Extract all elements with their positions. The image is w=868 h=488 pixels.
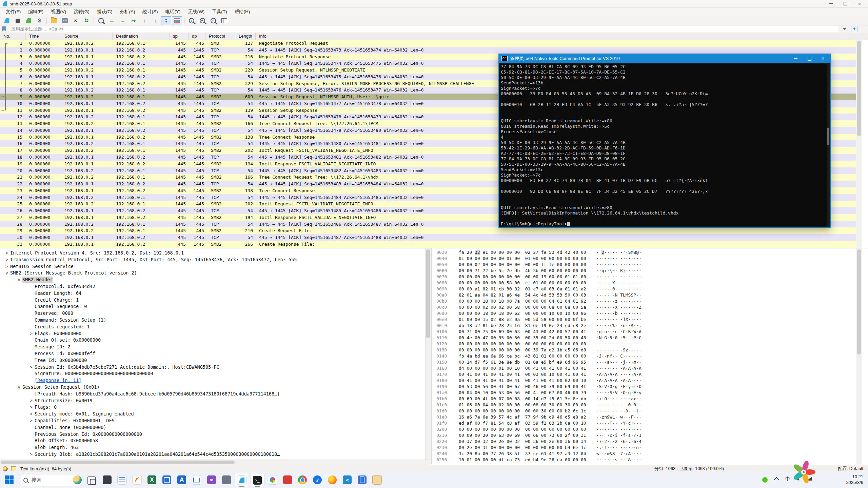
hex-row[interactable]: 01e016 a6 7a 6e 39 57 4c af 77 9f 9b d9 … — [432, 414, 856, 420]
reload-button[interactable]: ↻ — [81, 16, 92, 25]
details-scrollbar-thumb[interactable] — [426, 249, 430, 338]
detail-row[interactable]: Reserved: 0000 — [0, 310, 431, 317]
detail-row[interactable]: Blob Offset: 0x00000058 — [0, 438, 431, 444]
start-capture-button[interactable] — [2, 16, 12, 25]
resize-columns-button[interactable] — [219, 16, 229, 25]
packet-row[interactable]: 310.000000192.168.0.1192.168.0.24451445S… — [0, 241, 856, 248]
filter-chevron-down-icon[interactable] — [843, 28, 846, 30]
packet-row[interactable]: 300.000000192.168.0.1192.168.0.24451445T… — [0, 234, 856, 241]
hex-row[interactable]: 004001 00 00 00 00 00 01 00 01 00 00 00 … — [432, 256, 856, 262]
hex-row[interactable]: 00d000 00 00 18 00 18 00 62 00 00 00 10 … — [432, 310, 856, 317]
tree-chevron-icon[interactable]: > — [28, 398, 35, 404]
tree-chevron-icon[interactable]: > — [3, 250, 10, 257]
detail-row[interactable]: >Internet Protocol Version 4, Src: 192.1… — [0, 250, 431, 257]
hex-row[interactable]: 01b000 69 00 4f 00 07 00 08 00 14 d7 f5 … — [432, 396, 856, 402]
hex-row[interactable]: 007000 00 00 00 00 00 00 00 00 00 19 00 … — [432, 274, 856, 280]
hex-row[interactable]: 012000 00 00 00 00 00 00 00 00 00 00 00 … — [432, 341, 856, 347]
packet-list-scrollbar-thumb[interactable] — [857, 41, 861, 136]
column-header-destination[interactable]: Destination — [113, 33, 170, 40]
detail-row[interactable]: Command: Session Setup (1) — [0, 317, 431, 324]
tray-green-badge-icon[interactable] — [762, 477, 768, 483]
hex-row[interactable]: 0160d4 00 00 00 00 01 00 10 00 41 00 41 … — [432, 365, 856, 371]
close-button[interactable]: × — [852, 0, 867, 7]
tree-chevron-icon[interactable]: > — [28, 364, 35, 371]
menu-item-分析[interactable]: 分析(A) — [116, 8, 139, 16]
hex-row[interactable]: 018000 41 00 41 00 41 00 41 00 41 00 41 … — [432, 378, 856, 384]
hex-row[interactable]: 01a000 04 00 10 00 53 00 56 00 4f 00 67 … — [432, 390, 856, 396]
hex-row[interactable]: 01c001 06 00 04 00 02 00 00 00 08 00 30 … — [432, 402, 856, 408]
column-header-info[interactable]: Info — [256, 33, 868, 40]
hex-row[interactable]: 013000 00 00 00 00 00 00 00 00 39 7a d2 … — [432, 347, 856, 353]
detail-row[interactable]: Chain Offset: 0x00000000 — [0, 337, 431, 344]
column-header-protocol[interactable]: Protocol — [205, 33, 235, 40]
hex-row[interactable]: 011000 4e 00 47 00 35 00 30 00 35 00 2d … — [432, 335, 856, 341]
packet-row[interactable]: 20.000000192.168.0.1192.168.0.24451445TC… — [0, 47, 856, 54]
detail-row[interactable]: Channel Sequence: 0 — [0, 303, 431, 310]
menu-item-视图[interactable]: 视图(V) — [47, 8, 70, 16]
cmd-close-button[interactable]: × — [816, 54, 830, 63]
packet-row[interactable]: 10.000000192.168.0.2192.168.0.11445445SM… — [0, 40, 856, 47]
hex-row[interactable]: 009000 00 a1 82 01 cb 30 82 01 c7 a0 03 … — [432, 286, 856, 292]
taskbar-app-chrome[interactable] — [296, 473, 309, 487]
filter-add-button[interactable]: + — [851, 26, 857, 32]
menu-item-捕获[interactable]: 捕获(C) — [93, 8, 116, 16]
minimize-button[interactable] — [824, 0, 838, 7]
hex-row[interactable]: 023000 2e 00 31 00 00 00 00 00 00 00 00 … — [432, 445, 856, 451]
tray-clock[interactable]: 10:21 2025/3/6 — [846, 474, 863, 485]
column-header-source[interactable]: Source — [61, 33, 113, 40]
detail-row[interactable]: >Security Blob: a18201cb308201c7a0030a01… — [0, 451, 431, 458]
column-header-time[interactable]: Time — [26, 33, 61, 40]
detail-row[interactable]: >Flags: 0 — [0, 404, 431, 411]
save-file-button[interactable]: 010 — [60, 16, 70, 25]
cmd-scrollbar[interactable] — [827, 64, 830, 227]
filter-bookmark-icon[interactable] — [2, 26, 6, 32]
tree-chevron-icon[interactable]: > — [28, 404, 35, 411]
zoom-out-button[interactable]: − — [197, 16, 208, 25]
detail-row[interactable]: [Preauth Hash: b9390bcd37a90a4cae6c68f9c… — [0, 391, 431, 398]
hex-row[interactable]: 00f0db 18 a2 81 be 28 25 f6 81 6e 19 0e … — [432, 323, 856, 329]
taskbar-app-excel[interactable]: X — [145, 473, 159, 487]
packet-row[interactable]: 290.000000192.168.0.2192.168.0.11445445S… — [0, 227, 856, 234]
details-horizontal-scrollbar-thumb[interactable] — [1, 461, 235, 464]
hex-scrollbar-thumb[interactable] — [857, 249, 861, 354]
hex-scrollbar[interactable] — [856, 248, 862, 465]
hex-row[interactable]: 019000 53 00 56 00 4f 00 67 00 46 00 79 … — [432, 384, 856, 390]
restart-capture-button[interactable] — [23, 16, 34, 25]
tree-chevron-icon[interactable]: v — [16, 384, 22, 391]
taskbar-app-bluewin[interactable] — [160, 473, 174, 487]
tree-chevron-icon[interactable]: > — [28, 418, 35, 424]
detail-row[interactable]: >StructureSize: 0x0019 — [0, 398, 431, 404]
tree-chevron-icon[interactable]: > — [28, 411, 35, 418]
tree-chevron-icon[interactable]: > — [28, 330, 35, 337]
zoom-in-button[interactable]: + — [186, 16, 197, 25]
column-header-sp[interactable]: sp — [170, 33, 189, 40]
column-header-dp[interactable]: dp — [189, 33, 205, 40]
hex-row[interactable]: 01d000 00 00 00 00 00 00 00 00 00 30 00 … — [432, 408, 856, 414]
capture-options-button[interactable]: ⚙ — [34, 16, 44, 25]
hex-row[interactable]: 0140fb 4a bd ea 6e 66 ce bc 43 01 01 00 … — [432, 353, 856, 359]
close-file-button[interactable]: × — [71, 16, 81, 25]
hex-row[interactable]: 008000 00 00 00 00 00 58 00 cf 01 00 00 … — [432, 280, 856, 286]
hex-row[interactable]: 0030fa 20 32 e1 00 00 00 00 02 27 fe 53 … — [432, 249, 856, 256]
taskbar-app-folder-tan[interactable] — [370, 473, 384, 487]
start-button[interactable] — [5, 475, 14, 484]
taskbar-app-vscode[interactable]: < — [340, 473, 354, 487]
status-profile[interactable]: 配置: Default — [838, 466, 863, 472]
packet-list-scrollbar[interactable] — [856, 40, 862, 248]
hex-row[interactable]: 022000 37 00 32 00 2e 00 32 00 36 00 2e … — [432, 439, 856, 445]
detail-row[interactable]: Header Length: 64 — [0, 290, 431, 297]
detail-row[interactable]: Credit Charge: 1 — [0, 297, 431, 304]
tree-chevron-icon[interactable]: v — [3, 270, 10, 277]
menu-item-帮助[interactable]: 帮助(H) — [231, 8, 254, 16]
detail-row[interactable]: >Transmission Control Protocol, Src Port… — [0, 257, 431, 263]
detail-row[interactable]: Message ID: 2 — [0, 344, 431, 350]
detail-row[interactable]: Signature: 00000000000000000000000000000… — [0, 370, 431, 377]
hex-row[interactable]: 006000 00 71 72 be 5c 7e db 4b 3b 00 00 … — [432, 268, 856, 274]
auto-scroll-button[interactable]: ≡▾ — [161, 16, 171, 25]
column-header-no[interactable]: No. — [0, 33, 26, 40]
go-forward-button[interactable]: → — [118, 16, 128, 25]
detail-row[interactable]: Previous Session Id: 0x0000000000000000 — [0, 431, 431, 438]
taskbar-app-mail[interactable] — [190, 473, 203, 487]
hex-row[interactable]: 01f0ed af 00 f7 81 54 c8 af 03 59 f2 63 … — [432, 420, 856, 426]
go-first-button[interactable]: ↑ — [139, 16, 150, 25]
